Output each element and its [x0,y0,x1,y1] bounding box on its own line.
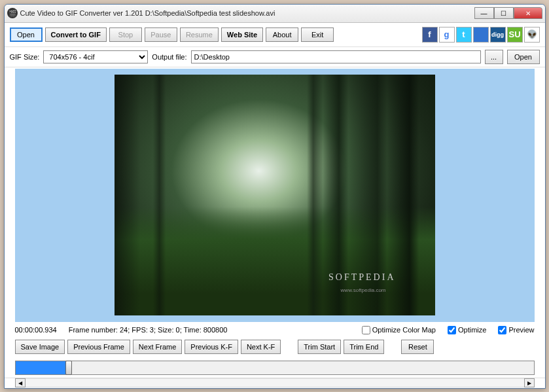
minimize-button[interactable]: — [474,7,494,19]
exit-button[interactable]: Exit [301,27,334,42]
stumbleupon-icon[interactable]: SU [507,27,523,43]
main-toolbar: Open Convert to GIF Stop Pause Resume We… [5,23,545,47]
scroll-right-arrow[interactable]: ▶ [524,378,535,387]
app-window: Cute Video to GIF Converter ver 1.201 D:… [4,4,546,389]
stop-button[interactable]: Stop [109,27,142,42]
output-file-label: Output file: [152,53,186,61]
twitter-icon[interactable]: t [456,27,472,43]
browse-button[interactable]: ... [485,50,503,64]
app-icon [7,8,18,18]
optimize-colormap-checkbox[interactable] [362,326,370,334]
frame-info: Frame number: 24; FPS: 3; Size: 0; Time:… [69,326,228,334]
window-title: Cute Video to GIF Converter ver 1.201 D:… [20,9,474,17]
trim-end-button[interactable]: Trim End [344,340,384,354]
titlebar[interactable]: Cute Video to GIF Converter ver 1.201 D:… [5,5,545,23]
status-bar: 00:00:00.934 Frame number: 24; FPS: 3; S… [5,323,545,337]
resume-button[interactable]: Resume [180,27,219,42]
preview-check: Preview [498,326,534,334]
video-preview-area: SOFTPEDIA www.softpedia.com [15,69,535,322]
options-toolbar: GIF Size: 704x576 - 4cif Output file: ..… [5,47,545,67]
gif-size-label: GIF Size: [10,53,40,61]
output-file-input[interactable] [191,50,481,63]
optimize-label: Optimize [458,326,486,334]
timeline-thumb[interactable] [65,361,72,375]
trim-start-button[interactable]: Trim Start [298,340,341,354]
watermark-text: SOFTPEDIA [328,272,395,283]
video-frame: SOFTPEDIA www.softpedia.com [115,75,435,315]
timeline-fill [16,361,68,374]
website-button[interactable]: Web Site [221,27,263,42]
frame-controls: Save Image Previous Frame Next Frame Pre… [5,337,545,357]
reset-button[interactable]: Reset [401,340,434,354]
open-output-button[interactable]: Open [507,50,540,64]
next-frame-button[interactable]: Next Frame [133,340,182,354]
save-image-button[interactable]: Save Image [15,340,65,354]
previous-frame-button[interactable]: Previous Frame [67,340,130,354]
close-button[interactable]: ✕ [514,7,542,19]
reddit-icon[interactable]: 👽 [524,27,540,43]
preview-checkbox[interactable] [498,326,506,334]
timeline-slider[interactable] [15,361,535,375]
preview-label: Preview [508,326,534,334]
social-links: fgtdiggSU👽 [422,27,540,43]
scroll-track[interactable] [26,378,524,387]
timeline-slider-row [5,357,545,378]
delicious-icon[interactable] [473,27,489,43]
digg-icon[interactable]: digg [490,27,506,43]
about-button[interactable]: About [266,27,298,42]
open-button[interactable]: Open [10,27,43,42]
watermark-url: www.softpedia.com [341,287,386,293]
gif-size-select[interactable]: 704x576 - 4cif [43,50,148,63]
optimize-check: Optimize [448,326,486,334]
horizontal-scrollbar[interactable]: ◀ ▶ [5,378,545,388]
window-controls: — ☐ ✕ [474,7,542,19]
optimize-colormap-label: Optimize Color Map [372,326,436,334]
google-icon[interactable]: g [439,27,455,43]
facebook-icon[interactable]: f [422,27,438,43]
pause-button[interactable]: Pause [145,27,177,42]
optimize-checkbox[interactable] [448,326,456,334]
optimize-colormap-check: Optimize Color Map [362,326,436,334]
next-keyframe-button[interactable]: Next K-F [241,340,281,354]
scroll-left-arrow[interactable]: ◀ [15,378,26,387]
convert-button[interactable]: Convert to GIF [45,27,107,42]
previous-keyframe-button[interactable]: Previous K-F [185,340,238,354]
maximize-button[interactable]: ☐ [494,7,514,19]
time-display: 00:00:00.934 [15,326,57,334]
